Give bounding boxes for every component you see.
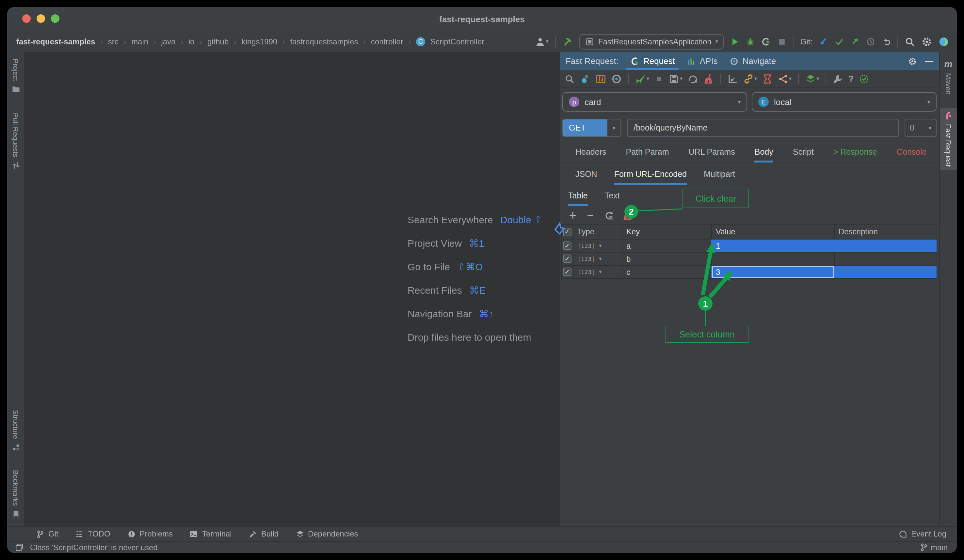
history-button[interactable] xyxy=(866,37,875,46)
breadcrumb-item[interactable]: fastrequestsamples xyxy=(290,37,358,46)
timeout-hourglass-icon[interactable] xyxy=(762,73,773,84)
copy-link-icon[interactable]: ▾ xyxy=(743,73,757,84)
tab-path-param[interactable]: Path Param xyxy=(626,141,669,162)
tab-apis[interactable]: APIs xyxy=(687,52,718,70)
generate-params-icon[interactable] xyxy=(604,210,614,220)
settings-gear-icon[interactable] xyxy=(922,36,932,47)
tab-json[interactable]: JSON xyxy=(575,163,597,185)
api-chart-icon[interactable] xyxy=(728,73,738,84)
column-header-value[interactable]: Value xyxy=(711,224,834,239)
minimize-window-button[interactable] xyxy=(37,15,45,23)
search-everywhere-icon[interactable] xyxy=(905,36,915,47)
row-checkbox[interactable] xyxy=(563,242,572,250)
toolwindow-toggle-icon[interactable] xyxy=(15,543,23,552)
license-badge-icon[interactable] xyxy=(859,73,869,84)
fast-request-jump-icon[interactable] xyxy=(562,36,573,47)
git-commit-button[interactable] xyxy=(835,37,844,46)
zoom-window-button[interactable] xyxy=(51,15,59,23)
connection-manager-icon[interactable] xyxy=(580,73,590,84)
profile-button[interactable]: ▾ xyxy=(535,36,549,47)
description-cell[interactable] xyxy=(834,253,936,265)
breadcrumb-item[interactable]: src xyxy=(108,37,119,46)
toolwindow-terminal[interactable]: Terminal xyxy=(190,529,232,539)
sidebar-item-maven[interactable]: m Maven xyxy=(940,55,957,99)
sidebar-item-project[interactable]: Project xyxy=(7,55,24,97)
layers-icon[interactable]: ▾ xyxy=(805,73,819,84)
tab-headers[interactable]: Headers xyxy=(575,141,606,162)
clear-broom-icon[interactable] xyxy=(703,73,714,84)
key-cell[interactable]: c xyxy=(622,266,711,278)
column-header-description[interactable]: Description xyxy=(834,224,936,239)
url-input[interactable]: /book/queryByName xyxy=(627,119,899,137)
breadcrumb-item[interactable]: github xyxy=(207,37,229,46)
toolwindow-problems[interactable]: Problems xyxy=(127,529,173,539)
method-select[interactable]: GET ▾ xyxy=(562,119,621,137)
tab-url-params[interactable]: URL Params xyxy=(689,141,735,162)
run-with-coverage-button[interactable] xyxy=(762,37,771,46)
tab-request[interactable]: Request xyxy=(630,52,675,70)
breadcrumb-item[interactable]: io xyxy=(189,37,195,46)
stop-button[interactable] xyxy=(778,37,787,46)
sidebar-item-pull-requests[interactable]: Pull Requests xyxy=(7,109,24,174)
key-cell[interactable]: a xyxy=(622,240,711,252)
remove-row-icon[interactable] xyxy=(586,211,595,220)
row-checkbox[interactable] xyxy=(563,268,572,276)
description-cell[interactable] xyxy=(834,266,936,278)
value-cell-focused[interactable]: 3 xyxy=(711,266,834,278)
toolwindow-dependencies[interactable]: Dependencies xyxy=(296,529,358,539)
git-push-button[interactable] xyxy=(850,37,860,46)
wrench-icon[interactable] xyxy=(833,73,843,84)
send-request-button[interactable]: ▾ xyxy=(635,73,649,84)
breadcrumb-item[interactable]: main xyxy=(131,37,148,46)
hide-panel-icon[interactable]: — xyxy=(925,56,933,66)
breadcrumb-item[interactable]: fast-request-samples xyxy=(16,37,95,46)
column-header-type[interactable]: Type xyxy=(573,224,622,239)
config-sliders-icon[interactable] xyxy=(596,73,606,84)
breadcrumb-item-class[interactable]: ScriptController xyxy=(430,37,484,46)
project-select[interactable]: p card ▾ xyxy=(562,92,747,112)
plugin-ball-icon[interactable] xyxy=(938,36,949,47)
event-log-button[interactable]: Event Log xyxy=(899,529,946,539)
git-update-button[interactable] xyxy=(819,37,828,46)
sidebar-item-fast-request[interactable]: Fast Request xyxy=(940,108,957,171)
breadcrumb-item[interactable]: java xyxy=(161,37,176,46)
help-icon[interactable]: ? xyxy=(848,74,853,84)
timeout-select[interactable]: 0▾ xyxy=(905,119,936,137)
panel-settings-gear-icon[interactable] xyxy=(908,57,917,66)
environment-select[interactable]: E local ▾ xyxy=(752,92,936,112)
run-configuration-select[interactable]: FastRequestSamplesApplication ▾ xyxy=(579,34,724,49)
type-cell[interactable]: |123|▾ xyxy=(573,240,622,252)
tab-response[interactable]: > Response xyxy=(834,141,877,162)
add-row-icon[interactable] xyxy=(568,211,577,220)
tab-body[interactable]: Body xyxy=(755,141,773,162)
tab-console[interactable]: Console xyxy=(897,141,927,162)
run-button[interactable] xyxy=(731,37,740,46)
tab-navigate[interactable]: Navigate xyxy=(730,52,776,70)
share-icon[interactable]: ▾ xyxy=(778,73,791,84)
toolwindow-todo[interactable]: TODO xyxy=(75,529,111,539)
row-checkbox[interactable] xyxy=(563,255,572,263)
description-cell[interactable] xyxy=(834,240,936,252)
rollback-button[interactable] xyxy=(882,37,891,46)
type-cell[interactable]: |123|▾ xyxy=(573,266,622,278)
target-icon[interactable] xyxy=(611,73,622,84)
tab-multipart[interactable]: Multipart xyxy=(704,163,735,185)
debug-button[interactable] xyxy=(746,37,756,46)
value-cell[interactable] xyxy=(711,253,834,265)
search-icon[interactable] xyxy=(564,73,575,84)
tab-form-url-encoded[interactable]: Form URL-Encoded xyxy=(614,163,687,185)
column-header-key[interactable]: Key xyxy=(622,224,711,239)
sidebar-item-bookmarks[interactable]: Bookmarks xyxy=(7,466,24,522)
close-window-button[interactable] xyxy=(22,15,31,23)
redo-icon[interactable] xyxy=(688,73,698,84)
tab-text[interactable]: Text xyxy=(605,185,620,206)
save-icon[interactable]: ▾ xyxy=(669,73,682,84)
breadcrumb-item[interactable]: controller xyxy=(371,37,403,46)
key-cell[interactable]: b xyxy=(622,253,711,265)
git-branch-widget[interactable]: main xyxy=(920,543,948,552)
sidebar-item-structure[interactable]: Structure xyxy=(7,406,24,456)
toolwindow-build[interactable]: Build xyxy=(249,529,278,539)
stop-request-icon[interactable] xyxy=(655,74,664,83)
type-cell[interactable]: |123|▾ xyxy=(573,253,622,265)
tab-script[interactable]: Script xyxy=(793,141,814,162)
